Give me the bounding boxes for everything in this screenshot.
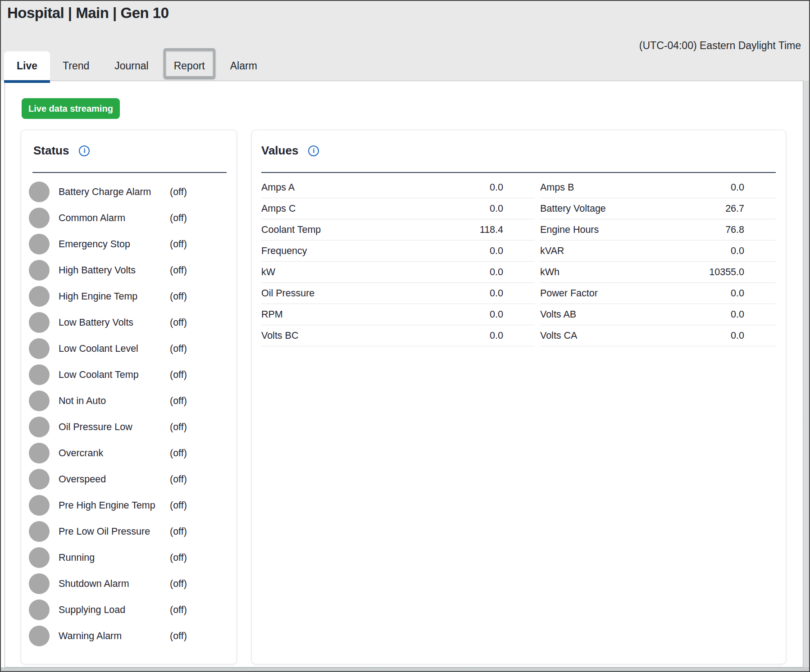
status-panel: Status i Battery Charge Alarm (off) Comm… [21, 130, 237, 664]
info-icon[interactable]: i [79, 145, 90, 156]
value-row: Volts BC 0.0 [261, 325, 535, 346]
status-label: Low Coolant Temp [59, 369, 170, 381]
values-header-divider [261, 172, 776, 173]
status-state: (off) [170, 448, 187, 459]
status-header-divider [32, 172, 227, 173]
status-row: Shutdown Alarm (off) [29, 571, 229, 597]
value-label: Volts BC [261, 330, 298, 341]
status-row: Low Coolant Temp (off) [29, 362, 229, 388]
status-indicator-lamp-icon [29, 521, 50, 542]
value-number: 0.0 [564, 245, 776, 257]
value-label: RPM [261, 309, 283, 320]
status-label: Supplying Load [59, 604, 170, 616]
status-indicator-lamp-icon [29, 390, 50, 411]
value-number: 0.0 [296, 203, 535, 214]
values-column-left: Amps A 0.0 Amps C 0.0 Coolant Temp 118.4… [261, 177, 535, 346]
status-row: Overspeed (off) [29, 466, 229, 492]
value-row: kWh 10355.0 [540, 262, 776, 283]
tab-alarm[interactable]: Alarm [218, 51, 270, 81]
value-row: Oil Pressure 0.0 [261, 283, 535, 304]
app-window: Hospital | Main | Gen 10 (UTC-04:00) Eas… [0, 0, 810, 672]
value-number: 76.8 [599, 224, 776, 236]
status-label: Emergency Stop [59, 239, 170, 250]
status-indicator-lamp-icon [29, 573, 50, 594]
status-indicator-lamp-icon [29, 260, 50, 281]
status-state: (off) [170, 186, 187, 198]
value-label: Battery Voltage [540, 203, 606, 214]
status-state: (off) [170, 422, 187, 433]
value-row: Amps B 0.0 [540, 177, 776, 198]
status-list: Battery Charge Alarm (off) Common Alarm … [29, 179, 229, 649]
status-indicator-lamp-icon [29, 208, 50, 228]
status-label: Overcrank [59, 448, 170, 459]
values-panel-title: Values [261, 144, 298, 158]
status-state: (off) [170, 500, 187, 511]
status-state: (off) [170, 631, 187, 642]
value-label: Coolant Temp [261, 224, 321, 236]
status-indicator-lamp-icon [29, 443, 50, 463]
info-icon[interactable]: i [308, 145, 319, 156]
status-row: Common Alarm (off) [29, 205, 229, 231]
value-number: 26.7 [606, 203, 776, 214]
page-header: Hospital | Main | Gen 10 (UTC-04:00) Eas… [1, 1, 809, 81]
status-label: Oil Pressure Low [59, 422, 170, 433]
status-row: Pre High Engine Temp (off) [29, 492, 229, 518]
status-label: Overspeed [59, 474, 170, 485]
status-state: (off) [170, 369, 187, 381]
value-number: 0.0 [577, 330, 776, 341]
value-row: Volts CA 0.0 [540, 325, 776, 346]
status-row: Emergency Stop (off) [29, 231, 229, 257]
status-row: Low Battery Volts (off) [29, 309, 229, 336]
value-row: Amps C 0.0 [261, 198, 535, 219]
timezone-label: (UTC-04:00) Eastern Daylight Time [639, 40, 801, 52]
status-row: Battery Charge Alarm (off) [29, 179, 229, 205]
values-panel: Values i Amps A 0.0 Amps C 0.0 Coolant T… [251, 130, 786, 664]
status-state: (off) [170, 578, 187, 590]
status-indicator-lamp-icon [29, 626, 50, 646]
status-row: Warning Alarm (off) [29, 623, 229, 649]
status-label: Common Alarm [59, 213, 170, 224]
status-row: Low Coolant Level (off) [29, 336, 229, 362]
value-row: kVAR 0.0 [540, 241, 776, 262]
status-row: Overcrank (off) [29, 440, 229, 466]
status-panel-header: Status i [29, 144, 229, 158]
status-row: Supplying Load (off) [29, 597, 229, 623]
value-row: Coolant Temp 118.4 [261, 219, 535, 241]
value-row: Amps A 0.0 [261, 177, 535, 198]
tab-live[interactable]: Live [4, 51, 50, 81]
values-panel-header: Values i [261, 144, 776, 158]
value-label: kVAR [540, 245, 564, 257]
status-row: Running (off) [29, 545, 229, 571]
value-label: Oil Pressure [261, 288, 314, 299]
value-row: RPM 0.0 [261, 304, 535, 325]
value-label: kW [261, 267, 275, 278]
value-number: 118.4 [321, 224, 535, 236]
vertical-scrollbar-track[interactable] [803, 81, 809, 667]
value-number: 0.0 [307, 245, 535, 257]
status-state: (off) [170, 317, 187, 328]
status-row: Pre Low Oil Pressure (off) [29, 518, 229, 545]
page-title: Hospital | Main | Gen 10 [7, 5, 169, 22]
tab-journal[interactable]: Journal [102, 51, 161, 81]
tab-report-label: Report [174, 60, 205, 72]
value-label: Amps C [261, 203, 296, 214]
value-row: Frequency 0.0 [261, 241, 535, 262]
status-label: Not in Auto [59, 395, 170, 407]
main-area: Live data streaming Status i Battery Cha… [1, 81, 809, 667]
value-number: 0.0 [298, 330, 535, 341]
status-indicator-lamp-icon [29, 312, 50, 333]
value-label: Amps A [261, 182, 295, 193]
value-row: Battery Voltage 26.7 [540, 198, 776, 219]
horizontal-scrollbar-track[interactable] [1, 667, 809, 671]
status-label: Pre Low Oil Pressure [59, 526, 170, 537]
status-state: (off) [170, 552, 187, 563]
tab-report[interactable]: Report [161, 51, 218, 81]
value-row: kW 0.0 [261, 262, 535, 283]
values-column-right: Amps B 0.0 Battery Voltage 26.7 Engine H… [540, 177, 776, 346]
status-state: (off) [170, 239, 187, 250]
status-label: Pre High Engine Temp [59, 500, 170, 511]
status-label: Shutdown Alarm [59, 578, 170, 590]
status-state: (off) [170, 604, 187, 616]
status-indicator-lamp-icon [29, 286, 50, 307]
tab-trend[interactable]: Trend [50, 51, 102, 81]
